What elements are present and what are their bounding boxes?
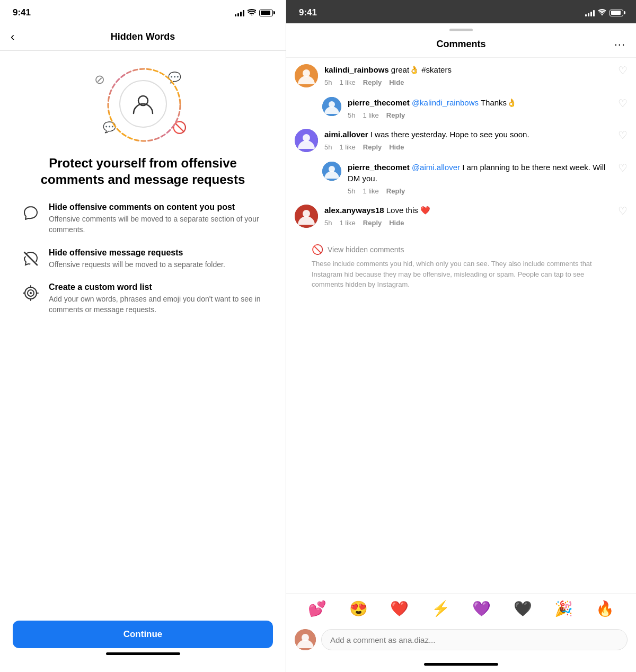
wifi-icon <box>248 8 256 17</box>
username: aimi.allover <box>324 130 368 139</box>
feature-custom-words-desc: Add your own words, phrases and emoji yo… <box>49 294 264 315</box>
comment-likes: 1 like <box>339 143 355 151</box>
more-button[interactable]: ··· <box>614 38 625 51</box>
feature-hide-comments-text: Hide offensive comments on content you p… <box>49 202 264 235</box>
svg-point-5 <box>30 292 32 294</box>
status-bar-left: 9:41 <box>0 0 286 23</box>
hidden-comments-section[interactable]: 🚫 View hidden comments These include com… <box>303 237 619 296</box>
emoji-black-heart[interactable]: 🖤 <box>514 600 532 617</box>
hidden-icon: 🚫 <box>312 244 323 255</box>
reply-button[interactable]: Reply <box>386 187 405 195</box>
username: kalindi_rainbows <box>324 65 389 74</box>
feature-hide-requests-desc: Offensive requests will be moved to a se… <box>49 260 264 270</box>
status-time-right: 9:41 <box>299 7 317 18</box>
mention: @aimi.allover <box>412 163 460 172</box>
comment-text: pierre_thecomet @aimi.allover I am plann… <box>348 162 612 184</box>
comment-text: kalindi_rainbows great👌 #skaters <box>324 64 612 75</box>
comment-body: pierre_thecomet @kalindi_rainbows Thanks… <box>348 97 612 119</box>
comment-time: 5h <box>324 143 332 151</box>
signal-icon-right <box>585 9 595 16</box>
bottom-bar: Continue <box>0 612 286 672</box>
slash-circle-icon: ⊘ <box>94 72 105 87</box>
like-button[interactable]: ♡ <box>618 129 628 142</box>
hide-button[interactable]: Hide <box>389 219 404 227</box>
illustration: ⊘ 💬 💬 🚫 <box>90 61 196 146</box>
avatar <box>322 97 341 116</box>
like-button[interactable]: ♡ <box>618 97 628 110</box>
emoji-bar: 💕 😍 ❤️ ⚡ 💜 🖤 🎉 🔥 <box>286 593 636 624</box>
comments-header: Comments ··· <box>286 31 636 58</box>
status-icons-right <box>585 8 623 17</box>
svg-point-15 <box>303 134 310 142</box>
comment-time: 5h <box>348 187 355 195</box>
emoji-fire[interactable]: 🔥 <box>596 600 614 617</box>
feature-hide-comments-title: Hide offensive comments on content you p… <box>49 202 264 212</box>
feature-hide-comments: Hide offensive comments on content you p… <box>21 202 264 235</box>
hidden-comments-desc: These include comments you hid, which on… <box>312 259 611 290</box>
comment-item: aimi.allover I was there yesterday. Hope… <box>295 129 628 152</box>
feature-custom-words-text: Create a custom word list Add your own w… <box>49 282 264 315</box>
status-icons <box>235 8 273 17</box>
comment-actions: 5h 1 like Reply Hide <box>324 219 612 227</box>
comment-actions: 5h 1 like Reply Hide <box>324 143 612 151</box>
left-content: ⊘ 💬 💬 🚫 Protect yourself from offensive … <box>0 51 286 612</box>
nav-bar: ‹ Hidden Words <box>0 23 286 51</box>
comment-body: aimi.allover I was there yesterday. Hope… <box>324 129 612 151</box>
hidden-title-text[interactable]: View hidden comments <box>328 245 404 254</box>
comment-body: alex.anyways18 Love this ❤️ 5h 1 like Re… <box>324 205 612 227</box>
avatar <box>295 205 318 228</box>
username: pierre_thecomet <box>348 98 410 107</box>
hide-button[interactable]: Hide <box>389 78 404 86</box>
comment-input-row <box>286 624 636 659</box>
comment-text: alex.anyways18 Love this ❤️ <box>324 205 612 216</box>
page-title: Hidden Words <box>111 31 175 42</box>
home-indicator <box>106 652 180 655</box>
emoji-heart-eyes[interactable]: 😍 <box>349 600 368 617</box>
comments-title: Comments <box>436 39 485 50</box>
emoji-purple-heart[interactable]: 💜 <box>472 600 491 617</box>
comments-list[interactable]: kalindi_rainbows great👌 #skaters 5h 1 li… <box>286 58 636 593</box>
svg-point-19 <box>303 210 310 217</box>
comment-likes: 1 like <box>339 78 355 86</box>
current-user-avatar <box>295 629 316 650</box>
battery-icon-right <box>610 10 623 16</box>
reply-button[interactable]: Reply <box>386 111 405 119</box>
reply-button[interactable]: Reply <box>363 143 382 151</box>
status-bar-right: 9:41 <box>286 0 636 23</box>
home-indicator-right <box>424 663 498 666</box>
reply-button[interactable]: Reply <box>363 219 382 227</box>
comment-actions: 5h 1 like Reply <box>348 187 612 195</box>
comment-item: kalindi_rainbows great👌 #skaters 5h 1 li… <box>295 64 628 87</box>
emoji-red-heart[interactable]: ❤️ <box>390 600 409 617</box>
feature-hide-requests-text: Hide offensive message requests Offensiv… <box>49 248 264 270</box>
hide-button[interactable]: Hide <box>389 143 404 151</box>
comment-body: kalindi_rainbows great👌 #skaters 5h 1 li… <box>324 64 612 86</box>
back-button[interactable]: ‹ <box>11 30 14 44</box>
like-button[interactable]: ♡ <box>618 162 628 174</box>
continue-button[interactable]: Continue <box>13 621 273 648</box>
username: alex.anyways18 <box>324 206 384 215</box>
feature-hide-comments-icon <box>21 204 40 223</box>
wifi-icon-right <box>598 8 606 17</box>
feature-hide-comments-desc: Offensive comments will be moved to a se… <box>49 214 264 235</box>
emoji-hearts[interactable]: 💕 <box>308 600 326 617</box>
battery-icon <box>259 10 273 16</box>
emoji-party[interactable]: 🎉 <box>554 600 573 617</box>
status-time: 9:41 <box>13 7 31 18</box>
comment-body: pierre_thecomet @aimi.allover I am plann… <box>348 162 612 195</box>
comment-time: 5h <box>324 219 332 227</box>
like-button[interactable]: ♡ <box>618 205 628 217</box>
main-heading: Protect yourself from offensive comments… <box>21 155 264 188</box>
avatar <box>295 64 318 87</box>
center-circle <box>119 80 167 128</box>
reply-button[interactable]: Reply <box>363 78 382 86</box>
phone-right: 9:41 Comments ··· kalindi_ <box>286 0 636 672</box>
hidden-comments-title[interactable]: 🚫 View hidden comments <box>312 244 611 255</box>
comment-time: 5h <box>324 78 332 86</box>
signal-icon <box>235 9 244 16</box>
like-button[interactable]: ♡ <box>618 64 628 77</box>
comment-input[interactable] <box>321 629 628 650</box>
emoji-lightning[interactable]: ⚡ <box>431 600 450 617</box>
comment-time: 5h <box>348 111 355 119</box>
feature-hide-requests-icon <box>21 249 40 268</box>
